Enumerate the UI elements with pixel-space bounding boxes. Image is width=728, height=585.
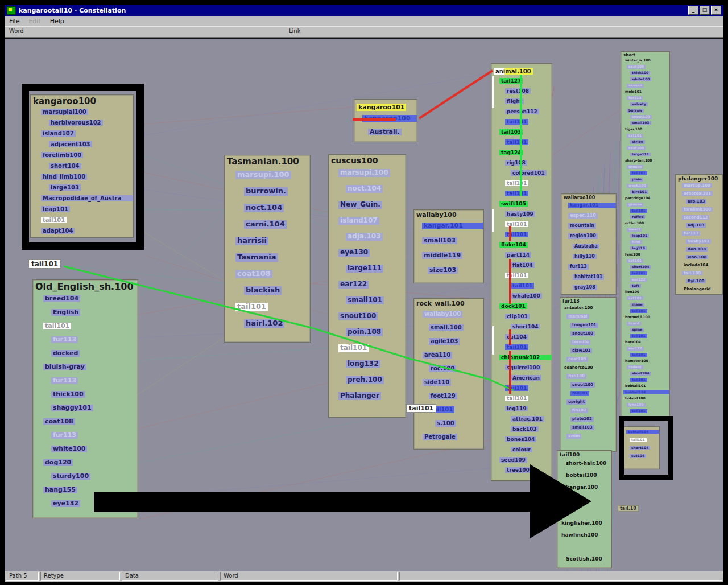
node-colour[interactable]: colour xyxy=(511,447,532,452)
node-part114[interactable]: part114 xyxy=(505,252,531,258)
node-dock101[interactable]: dock101 xyxy=(499,303,527,309)
node-roc.100[interactable]: roc.100 xyxy=(429,365,456,372)
node-fur113[interactable]: fur113 xyxy=(51,432,78,439)
node-cat101[interactable]: cat101 xyxy=(627,259,643,263)
node-flyi.108[interactable]: flyi.108 xyxy=(686,279,706,283)
panel-wallaroo100[interactable]: wallaroo100kangar.101espec.110mountainre… xyxy=(561,193,617,295)
node-upright[interactable]: upright xyxy=(566,399,586,404)
node-bobtail100[interactable]: bobtail100 xyxy=(564,472,598,478)
node-size103[interactable]: size103 xyxy=(428,267,458,274)
node-tail101[interactable]: tail101 xyxy=(630,271,647,275)
node-leap101[interactable]: leap101 xyxy=(630,234,649,238)
panel-title-tasmanian100[interactable]: Tasmanian.100 xyxy=(227,156,310,167)
node-shaggy101[interactable]: shaggy101 xyxy=(51,405,93,412)
node-tree100[interactable]: tree100 xyxy=(505,467,531,473)
node-small103[interactable]: small103 xyxy=(630,121,651,125)
node-kangar.100[interactable]: kangar.100 xyxy=(564,484,599,490)
node-colored101[interactable]: colored101 xyxy=(511,170,547,176)
node-tail101[interactable]: tail101 xyxy=(630,353,647,357)
node-tail101[interactable]: tail101 xyxy=(630,378,647,382)
node-eye130[interactable]: eye130 xyxy=(338,249,370,257)
node-fish100[interactable]: fish100 xyxy=(566,374,586,378)
node-tail101[interactable]: tail101 xyxy=(505,180,528,186)
node-attrac.101[interactable]: attrac.101 xyxy=(511,416,544,422)
node-agile103[interactable]: agile103 xyxy=(429,338,460,345)
node-stripe[interactable]: stripe xyxy=(630,140,645,144)
panel-title-old-english-sh100[interactable]: Old_English_sh.100 xyxy=(35,281,138,292)
node-tail101[interactable]: tail101 xyxy=(505,139,528,145)
node-bobtail104[interactable]: bobtail104 xyxy=(623,390,669,394)
node-s.100[interactable]: s.100 xyxy=(435,420,456,427)
panel-tail100[interactable]: tail100short-hair.100bobtail100kangar.10… xyxy=(557,450,612,568)
node-sturdy100[interactable]: sturdy100 xyxy=(51,473,90,480)
node-tail101[interactable]: tail101 xyxy=(505,396,528,401)
node-swift105[interactable]: swift105 xyxy=(499,201,528,207)
node-side110[interactable]: side110 xyxy=(423,379,451,386)
node-short104[interactable]: short104 xyxy=(511,324,540,329)
node-habitat101[interactable]: habitat101 xyxy=(573,274,604,279)
node-island107[interactable]: island107 xyxy=(338,217,379,225)
panel-phalanger100[interactable]: phalanger100marsup.100arboreal101arb.103… xyxy=(675,174,723,295)
node-American[interactable]: American xyxy=(511,375,541,381)
node-forelimb100[interactable]: forelimb100 xyxy=(682,207,713,212)
node-snout100[interactable]: snout100 xyxy=(338,312,378,320)
maximize-button[interactable]: □ xyxy=(700,6,710,15)
menu-file[interactable]: File xyxy=(9,18,19,25)
node-marsupi.100[interactable]: marsupi.100 xyxy=(338,169,390,177)
node-hind[interactable]: hind xyxy=(630,240,642,244)
node-tail101[interactable]: tail101 xyxy=(511,283,534,289)
node-hairl.102[interactable]: hairl.102 xyxy=(244,319,284,328)
float-label-tail101[interactable]: tail101 xyxy=(406,404,436,413)
node-lion100[interactable]: lion100 xyxy=(623,290,641,294)
graph-canvas[interactable]: kangaroo100marsupial100herbivorous102isl… xyxy=(5,38,723,571)
node-woo.108[interactable]: woo.108 xyxy=(686,255,708,259)
node-rig108[interactable]: rig108 xyxy=(505,160,527,166)
node-small103[interactable]: small103 xyxy=(570,425,594,430)
node-coat109[interactable]: coat109 xyxy=(566,357,588,361)
node-fin102[interactable]: fin102 xyxy=(570,408,588,413)
node-tail101[interactable]: tail101 xyxy=(630,309,647,313)
node-lynx100[interactable]: lynx100 xyxy=(623,253,642,257)
node-poin.108[interactable]: poin.108 xyxy=(346,328,383,336)
node-region100[interactable]: region100 xyxy=(568,233,598,238)
panel-title-animal100[interactable]: animal.100 xyxy=(494,68,533,75)
node-clip101[interactable]: clip101 xyxy=(505,314,530,319)
minimize-button[interactable]: _ xyxy=(688,6,698,15)
node-blackish[interactable]: blackish xyxy=(244,286,282,295)
node-mammal[interactable]: mammal xyxy=(566,314,589,319)
node-hare104[interactable]: hare104 xyxy=(623,340,643,344)
node-velvety[interactable]: velvety xyxy=(630,102,648,106)
node-claw101[interactable]: claw101 xyxy=(570,348,592,353)
panel-title-fur113-cluster[interactable]: fur113 xyxy=(562,299,616,304)
node-hamster100[interactable]: hamster100 xyxy=(623,359,650,363)
node-tail101[interactable]: tail101 xyxy=(505,273,528,278)
node-small101[interactable]: small101 xyxy=(346,296,384,304)
node-tail103[interactable]: tail103 xyxy=(499,129,523,135)
node-whale100[interactable]: whale100 xyxy=(511,293,542,299)
node-kangaroo100[interactable]: kangaroo100 xyxy=(362,115,417,122)
word-mode-label[interactable]: Word xyxy=(9,28,24,34)
node-white100[interactable]: white100 xyxy=(51,446,87,453)
node-winter_w.100[interactable]: winter_w.100 xyxy=(623,59,652,63)
node-Australia[interactable]: Australia xyxy=(573,244,599,249)
panel-animal100[interactable]: animal.100tail127rest108flightperson112t… xyxy=(491,63,552,481)
node-plain[interactable]: plain xyxy=(630,178,643,182)
node-tongue101[interactable]: tongue101 xyxy=(570,323,598,327)
node-mane[interactable]: mane xyxy=(630,303,644,307)
node-small103[interactable]: small103 xyxy=(422,237,457,245)
node-preh.100[interactable]: preh.100 xyxy=(346,376,384,384)
node-middle119[interactable]: middle119 xyxy=(422,252,462,259)
panel-rock-wall100[interactable]: rock_wall.100wallaby100small.100agile103… xyxy=(413,298,484,450)
node-tail101[interactable]: tail101 xyxy=(505,344,528,350)
node-hang155[interactable]: hang155 xyxy=(43,487,77,494)
node-hasty109[interactable]: hasty109 xyxy=(505,211,535,217)
node-kingfisher.100[interactable]: kingfisher.100 xyxy=(560,520,604,526)
panel-title-kangaroo101[interactable]: kangaroo101 xyxy=(357,104,406,111)
node-tail101[interactable]: tail101 xyxy=(505,119,528,125)
node-squirrel100[interactable]: squirrel100 xyxy=(505,365,541,370)
node-coat108[interactable]: coat108 xyxy=(235,270,272,278)
node-tail101[interactable]: tail101 xyxy=(570,391,589,396)
float-label-tail.10[interactable]: tail.10 xyxy=(618,505,639,512)
node-chipmunk102[interactable]: chipmunk102 xyxy=(499,355,552,360)
node-swim[interactable]: swim xyxy=(566,434,581,438)
